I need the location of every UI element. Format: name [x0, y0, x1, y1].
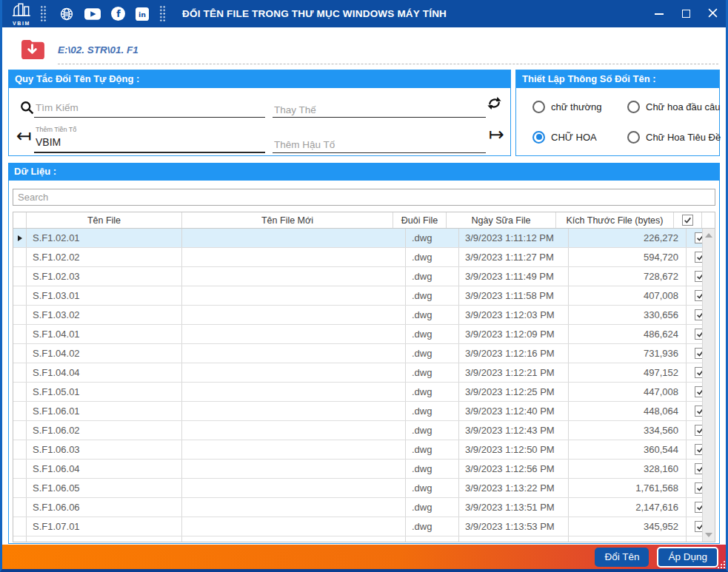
- cell-ten-file-moi[interactable]: [182, 517, 406, 536]
- cell-duoi-file: .dwg: [406, 402, 459, 420]
- cell-ten-file-moi[interactable]: [182, 286, 406, 305]
- header-kich-thuoc-file[interactable]: Kích Thước File (bytes): [556, 212, 674, 228]
- table-row[interactable]: S.F1.06.03.dwg3/9/2023 1:12:50 PM360,544: [13, 440, 715, 460]
- cell-duoi-file: .dwg: [406, 248, 459, 266]
- cell-duoi-file: .dwg: [406, 517, 459, 536]
- linkedin-icon[interactable]: in: [136, 7, 149, 21]
- radio-option-0[interactable]: chữ thường: [532, 101, 627, 113]
- table-row[interactable]: S.F1.04.01.dwg3/9/2023 1:12:09 PM486,624: [13, 325, 715, 344]
- table-row[interactable]: S.F1.03.02.dwg3/9/2023 1:12:03 PM330,656: [13, 306, 715, 325]
- table-row[interactable]: S.F1.04.02.dwg3/9/2023 1:12:16 PM731,936: [13, 344, 715, 363]
- cell-ngay-sua-file: 3/9/2023 1:11:27 PM: [459, 248, 569, 266]
- empty-cell: [569, 536, 687, 542]
- cell-ten-file-moi[interactable]: [182, 402, 406, 420]
- header-row-indicator: [13, 212, 27, 228]
- cell-ten-file-moi[interactable]: [182, 306, 406, 324]
- youtube-icon[interactable]: [84, 8, 101, 20]
- table-row[interactable]: S.F1.06.01.dwg3/9/2023 1:12:40 PM448,064: [13, 402, 715, 421]
- cell-kich-thuoc-file: 731,936: [569, 344, 687, 363]
- cell-ten-file[interactable]: S.F1.06.06: [27, 498, 182, 517]
- maximize-button[interactable]: [672, 0, 699, 27]
- cell-ten-file[interactable]: S.F1.06.05: [27, 479, 182, 497]
- cell-ten-file[interactable]: S.F1.03.01: [27, 286, 182, 305]
- radio-circle-icon: [532, 131, 545, 144]
- cell-ten-file[interactable]: S.F1.04.04: [27, 363, 182, 382]
- table-row[interactable]: S.F1.07.01.dwg3/9/2023 1:13:53 PM345,952: [13, 517, 715, 536]
- cell-ten-file[interactable]: S.F1.02.02: [27, 248, 182, 266]
- table-row[interactable]: S.F1.05.01.dwg3/9/2023 1:12:25 PM447,008: [13, 383, 715, 402]
- table-row[interactable]: S.F1.03.01.dwg3/9/2023 1:11:58 PM407,008: [13, 286, 715, 306]
- website-globe-icon[interactable]: [59, 7, 74, 21]
- radio-option-2[interactable]: CHỮ HOA: [532, 131, 627, 144]
- svg-text:in: in: [138, 10, 146, 18]
- cell-ten-file[interactable]: S.F1.05.01: [27, 383, 182, 401]
- cell-ten-file-moi[interactable]: [182, 229, 406, 247]
- find-replace-icon[interactable]: [486, 95, 503, 115]
- replace-input[interactable]: [273, 98, 486, 117]
- rename-rules-body: ↤ Thêm Tiền Tố ↦: [9, 88, 510, 155]
- facebook-icon[interactable]: f: [111, 7, 125, 21]
- suffix-input[interactable]: [273, 132, 486, 152]
- cell-ten-file[interactable]: S.F1.02.03: [27, 267, 182, 286]
- radio-option-3[interactable]: Chữ Hoa Tiêu Đề: [627, 131, 721, 144]
- cell-ten-file[interactable]: S.F1.03.02: [27, 306, 182, 324]
- suffix-field: [273, 132, 486, 153]
- cell-ten-file[interactable]: S.F1.06.04: [27, 460, 182, 478]
- cell-ten-file[interactable]: S.F1.04.02: [27, 344, 182, 363]
- table-row[interactable]: S.F1.02.03.dwg3/9/2023 1:11:49 PM728,672: [13, 267, 715, 286]
- cell-ten-file-moi[interactable]: [182, 325, 406, 343]
- cell-ten-file-moi[interactable]: [182, 344, 406, 363]
- drag-grip-icon[interactable]: [40, 5, 47, 22]
- minimize-icon: [655, 13, 664, 15]
- doi-ten-button[interactable]: Đổi Tên: [595, 548, 649, 567]
- find-input[interactable]: [34, 94, 265, 117]
- drag-grip-icon[interactable]: [159, 5, 167, 22]
- table-row[interactable]: S.F1.06.06.dwg3/9/2023 1:13:51 PM2,147,6…: [13, 498, 715, 517]
- cell-ten-file-moi[interactable]: [182, 421, 406, 440]
- scroll-up-icon[interactable]: [705, 233, 712, 238]
- row-indicator: [13, 344, 27, 363]
- cell-duoi-file: .dwg: [406, 344, 459, 363]
- close-button[interactable]: [699, 0, 726, 27]
- table-row[interactable]: S.F1.06.05.dwg3/9/2023 1:13:22 PM1,761,5…: [13, 479, 715, 498]
- scroll-down-icon[interactable]: [705, 533, 712, 537]
- select-folder-icon[interactable]: [20, 38, 44, 62]
- radio-option-1[interactable]: Chữ hoa đầu câu: [627, 101, 721, 113]
- header-select-all-checkbox[interactable]: [674, 212, 702, 228]
- table-row[interactable]: S.F1.06.04.dwg3/9/2023 1:12:56 PM328,160: [13, 460, 715, 479]
- file-table: Tên File Tên File Mới Đuôi File Ngày Sữa…: [13, 212, 715, 542]
- table-row[interactable]: S.F1.02.01.dwg3/9/2023 1:11:12 PM226,272: [13, 229, 715, 248]
- cell-ten-file-moi[interactable]: [182, 460, 406, 478]
- cell-ten-file[interactable]: S.F1.06.03: [27, 440, 182, 459]
- cell-ten-file[interactable]: S.F1.02.01: [27, 229, 182, 247]
- cell-kich-thuoc-file: 486,624: [569, 325, 687, 343]
- cell-ten-file[interactable]: S.F1.07.01: [27, 517, 182, 536]
- minimize-button[interactable]: [646, 0, 672, 27]
- header-ngay-sua-file[interactable]: Ngày Sữa File: [447, 212, 556, 228]
- cell-ten-file[interactable]: S.F1.06.02: [27, 421, 182, 440]
- cell-ten-file-moi[interactable]: [182, 440, 406, 459]
- cell-ten-file-moi[interactable]: [182, 248, 406, 266]
- header-ten-file-moi[interactable]: Tên File Mới: [182, 212, 393, 228]
- folder-path-field[interactable]: E:\02. STR\01. F1: [58, 36, 718, 64]
- svg-text:f: f: [116, 9, 121, 19]
- cell-ten-file-moi[interactable]: [182, 479, 406, 497]
- table-row[interactable]: S.F1.06.02.dwg3/9/2023 1:12:43 PM334,560: [13, 421, 715, 440]
- cell-ten-file-moi[interactable]: [182, 383, 406, 401]
- cell-ten-file-moi[interactable]: [182, 363, 406, 382]
- header-duoi-file[interactable]: Đuôi File: [393, 212, 447, 228]
- cell-ten-file[interactable]: S.F1.04.01: [27, 325, 182, 343]
- vertical-scrollbar[interactable]: [702, 229, 715, 542]
- cell-ten-file-moi[interactable]: [182, 267, 406, 286]
- header-ten-file[interactable]: Tên File: [27, 212, 182, 228]
- table-search-input[interactable]: [13, 189, 715, 206]
- cell-ngay-sua-file: 3/9/2023 1:12:21 PM: [459, 363, 569, 382]
- cell-ngay-sua-file: 3/9/2023 1:13:53 PM: [459, 517, 569, 536]
- ap-dung-button[interactable]: Áp Dụng: [657, 547, 718, 568]
- cell-duoi-file: .dwg: [406, 229, 459, 247]
- table-row[interactable]: S.F1.04.04.dwg3/9/2023 1:12:21 PM497,152: [13, 363, 715, 383]
- table-row[interactable]: S.F1.02.02.dwg3/9/2023 1:11:27 PM594,720: [13, 248, 715, 267]
- cell-ten-file[interactable]: S.F1.06.01: [27, 402, 182, 420]
- cell-kich-thuoc-file: 497,152: [569, 363, 687, 382]
- cell-ten-file-moi[interactable]: [182, 498, 406, 517]
